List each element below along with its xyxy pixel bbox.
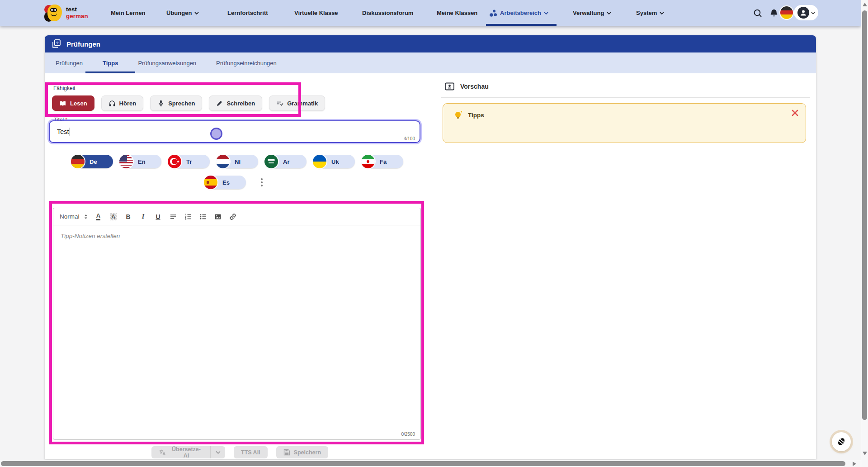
pen-icon — [216, 100, 223, 107]
horizontal-scrollbar-thumb[interactable] — [1, 461, 845, 466]
title-input[interactable]: Test 4/100 — [49, 120, 420, 143]
scroll-right-arrow[interactable] — [853, 462, 856, 466]
nav-item-verwaltung[interactable]: Verwaltung — [573, 0, 611, 26]
tip-notes-editor: Normal A A B I U Tipp-Notizen erstellen … — [53, 208, 421, 440]
svg-text:?: ? — [56, 40, 59, 45]
language-chip-row-1: De En Tr Nl Ar Uk Fa — [71, 155, 403, 168]
flag-saudi-arabia-icon — [264, 155, 278, 168]
scroll-up-arrow[interactable] — [863, 3, 867, 6]
underline-icon[interactable]: U — [154, 212, 163, 221]
language-chip-row-2: Es — [204, 176, 268, 189]
book-icon — [59, 100, 66, 107]
preview-screen-icon — [444, 81, 455, 91]
save-floppy-icon — [283, 449, 290, 456]
chevron-down-icon — [607, 12, 611, 15]
close-icon[interactable] — [790, 108, 800, 118]
tts-all-button[interactable]: TTS All — [234, 446, 268, 458]
highlight-color-icon[interactable]: A — [109, 212, 118, 221]
translate-split-button: Übersetze-AI — [151, 446, 225, 458]
tab-tipps[interactable]: Tipps — [93, 52, 128, 73]
headphones-icon — [108, 100, 116, 107]
language-chip-ar[interactable]: Ar — [264, 155, 307, 168]
more-languages-kebab-icon[interactable] — [256, 176, 268, 189]
bullet-list-icon[interactable] — [198, 212, 208, 221]
editor-placeholder: Tipp-Notizen erstellen — [61, 233, 413, 239]
user-menu[interactable] — [794, 5, 818, 20]
language-chip-en[interactable]: En — [119, 155, 161, 168]
lightbulb-icon — [453, 110, 464, 120]
workspace-dots-icon — [489, 9, 497, 17]
tab-pruefungseinreichungen[interactable]: Prüfungseinreichungen — [206, 52, 287, 73]
active-nav-underline — [486, 24, 557, 26]
nav-item-uebungen[interactable]: Übungen — [166, 0, 199, 26]
save-button[interactable]: Speichern — [276, 446, 328, 458]
format-dropdown[interactable]: Normal — [60, 213, 88, 220]
text-color-icon[interactable]: A — [94, 212, 103, 221]
tips-preview-box: Tipps — [443, 103, 806, 143]
search-icon[interactable] — [752, 8, 763, 19]
editor-toolbar: Normal A A B I U — [53, 208, 420, 225]
flag-usa-icon — [119, 155, 133, 168]
language-chip-es[interactable]: Es — [204, 176, 246, 189]
skill-button-grammatik[interactable]: Grammatik — [269, 95, 325, 111]
ordered-list-icon[interactable] — [184, 212, 193, 221]
tip-box-header: Tipps — [453, 110, 484, 120]
flag-ukraine-icon — [313, 155, 326, 168]
chevron-down-icon — [660, 12, 664, 15]
divider — [441, 97, 810, 98]
nav-item-meine-klassen[interactable]: Meine Klassen — [437, 0, 477, 26]
language-chip-tr[interactable]: Tr — [168, 155, 210, 168]
microphone-icon — [157, 100, 165, 107]
assistant-fab[interactable] — [832, 432, 851, 451]
translate-icon — [159, 449, 166, 456]
vertical-scrollbar-thumb[interactable] — [862, 10, 867, 420]
nav-item-system[interactable]: System — [636, 0, 664, 26]
nav-item-arbeitsbereich[interactable]: Arbeitsbereich — [489, 0, 548, 26]
preview-title: Vorschau — [460, 83, 489, 90]
title-char-counter: 4/100 — [404, 136, 415, 141]
logo-text: test german — [66, 6, 88, 19]
tab-pruefungen[interactable]: Prüfungen — [46, 52, 93, 73]
page-title: Prüfungen — [66, 40, 100, 48]
loading-spinner — [210, 128, 222, 140]
translate-options-caret[interactable] — [210, 446, 225, 458]
nav-item-diskussionsforum[interactable]: Diskussionsforum — [362, 0, 413, 26]
notification-bell-icon[interactable] — [769, 8, 779, 19]
flag-iran-icon — [361, 155, 375, 168]
skill-group-label: Fähigkeit — [53, 85, 75, 91]
language-chip-nl[interactable]: Nl — [216, 155, 258, 168]
bold-icon[interactable]: B — [124, 212, 133, 221]
horizontal-scrollbar[interactable] — [0, 460, 861, 467]
flag-netherlands-icon — [216, 155, 230, 168]
language-chip-fa[interactable]: Fa — [361, 155, 403, 168]
insert-image-icon[interactable] — [213, 212, 222, 221]
chevron-down-icon — [811, 12, 815, 14]
language-chip-uk[interactable]: Uk — [313, 155, 355, 168]
italic-icon[interactable]: I — [139, 212, 148, 221]
nav-item-virtuelle-klasse[interactable]: Virtuelle Klasse — [294, 0, 338, 26]
vertical-scrollbar[interactable] — [861, 0, 868, 467]
language-chip-de[interactable]: De — [71, 155, 113, 168]
skill-button-hoeren[interactable]: Hören — [101, 95, 144, 111]
language-flag-german-icon[interactable] — [779, 5, 794, 20]
scroll-down-arrow[interactable] — [863, 452, 867, 455]
preview-header: Vorschau — [444, 81, 489, 91]
skill-button-lesen[interactable]: Lesen — [52, 95, 94, 111]
app-logo[interactable]: test german — [43, 3, 88, 23]
main-content-card: ? Prüfungen Prüfungen Tipps Prüfungsanwe… — [45, 35, 816, 459]
tip-box-title: Tipps — [468, 112, 484, 119]
editor-text-area[interactable]: Tipp-Notizen erstellen 0/2500 — [53, 225, 420, 439]
nav-item-lernfortschritt[interactable]: Lernfortschritt — [227, 0, 268, 26]
translate-ai-button[interactable]: Übersetze-AI — [151, 446, 210, 458]
align-icon[interactable] — [169, 212, 178, 221]
skill-button-sprechen[interactable]: Sprechen — [150, 95, 202, 111]
tab-pruefungsanweisungen[interactable]: Prüfungsanweisungen — [128, 52, 206, 73]
insert-link-icon[interactable] — [228, 212, 237, 221]
star — [177, 160, 179, 163]
flag-germany-icon — [71, 155, 85, 168]
skill-button-schreiben[interactable]: Schreiben — [209, 95, 262, 111]
user-avatar-icon — [797, 7, 809, 19]
chevron-down-icon — [544, 12, 548, 15]
nav-item-mein-lernen[interactable]: Mein Lernen — [111, 0, 146, 26]
editor-char-counter: 0/2500 — [401, 432, 415, 437]
